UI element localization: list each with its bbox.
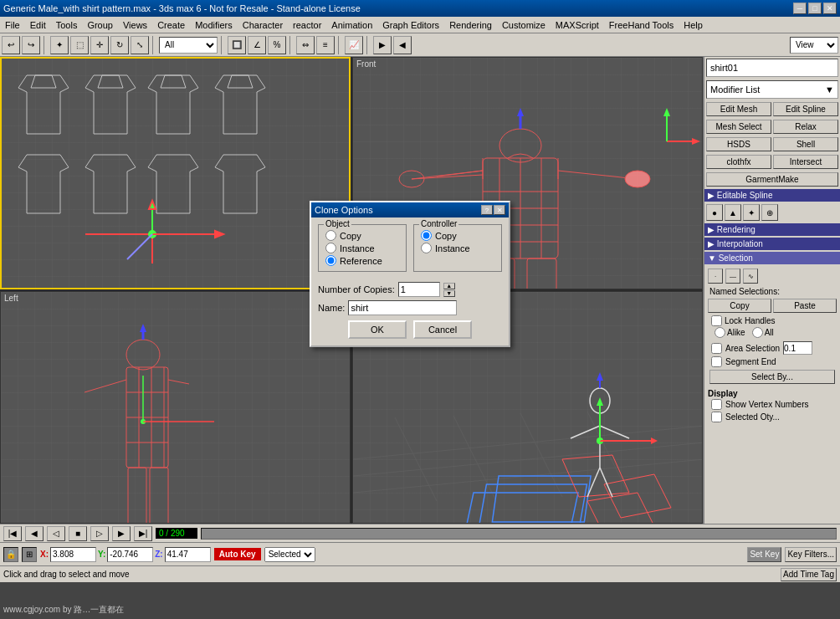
select-region-button[interactable]: ⬚ xyxy=(70,36,89,54)
modifier-list-dropdown[interactable]: Modifier List ▼ xyxy=(706,80,838,99)
shell-button[interactable]: Shell xyxy=(773,137,838,151)
grid-icon[interactable]: ⊞ xyxy=(22,547,37,562)
editable-spline-rollout[interactable]: ▶ Editable Spline xyxy=(704,189,840,202)
name-input[interactable] xyxy=(348,300,457,315)
clone-dialog-close-button[interactable]: ✕ xyxy=(494,205,505,215)
show-vertex-numbers-checkbox[interactable] xyxy=(711,399,722,410)
segment-end-checkbox[interactable] xyxy=(711,356,722,367)
maximize-button[interactable]: □ xyxy=(808,3,822,14)
menu-animation[interactable]: Animation xyxy=(326,18,377,32)
render-button[interactable]: ▶ xyxy=(373,36,392,54)
intersect-button[interactable]: Intersect xyxy=(773,155,838,169)
close-button[interactable]: ✕ xyxy=(823,3,837,14)
snap-pct-button[interactable]: % xyxy=(268,36,286,54)
timeline-prev-button[interactable]: |◀ xyxy=(3,526,22,541)
undo-button[interactable]: ↩ xyxy=(2,36,20,54)
ctrl-copy-radio[interactable] xyxy=(421,230,432,241)
mirror-button[interactable]: ⇔ xyxy=(296,36,315,54)
timeline-track[interactable] xyxy=(201,528,837,540)
lock-handles-checkbox[interactable] xyxy=(711,315,722,326)
ok-button[interactable]: OK xyxy=(348,320,407,339)
select-by-button[interactable]: Select By... xyxy=(709,370,835,384)
add-time-tag-button[interactable]: Add Time Tag xyxy=(781,568,837,581)
lock-icon[interactable]: 🔒 xyxy=(3,547,18,562)
menu-reactor[interactable]: reactor xyxy=(288,18,326,32)
y-input[interactable] xyxy=(107,547,153,562)
auto-key-button[interactable]: Auto Key xyxy=(214,548,261,560)
menu-rendering[interactable]: Rendering xyxy=(444,18,497,32)
mesh-select-button[interactable]: Mesh Select xyxy=(706,120,771,134)
selection-rollout[interactable]: ▼ Selection xyxy=(704,252,840,264)
clothfx-button[interactable]: clothfx xyxy=(706,155,771,169)
menu-character[interactable]: Character xyxy=(238,18,288,32)
named-sel-copy-button[interactable]: Copy xyxy=(708,299,771,313)
num-copies-down[interactable]: ▼ xyxy=(443,290,455,297)
num-copies-up[interactable]: ▲ xyxy=(443,283,455,289)
garment-maker-button[interactable]: GarmentMake xyxy=(706,172,838,187)
timeline-stop-button[interactable]: ■ xyxy=(69,526,87,541)
x-input[interactable] xyxy=(50,547,96,562)
hsds-button[interactable]: HSDS xyxy=(706,137,771,151)
all-radio[interactable] xyxy=(752,327,763,338)
move-button[interactable]: ✛ xyxy=(90,36,109,54)
area-selection-value[interactable] xyxy=(783,341,812,355)
ctrl-instance-radio[interactable] xyxy=(421,243,432,253)
vert-icon-btn[interactable]: · xyxy=(708,269,723,284)
menu-views[interactable]: Views xyxy=(118,18,152,32)
menu-freehand[interactable]: FreeHand Tools xyxy=(604,18,679,32)
snap-angle-button[interactable]: ∠ xyxy=(248,36,266,54)
copy-radio[interactable] xyxy=(325,230,336,241)
scale-button[interactable]: ⤡ xyxy=(131,36,149,54)
timeline-play-back-button[interactable]: ◀ xyxy=(25,526,44,541)
menu-group[interactable]: Group xyxy=(82,18,118,32)
edit-mesh-button[interactable]: Edit Mesh xyxy=(706,102,771,116)
edge-icon-btn[interactable]: — xyxy=(725,269,740,284)
menu-create[interactable]: Create xyxy=(152,18,190,32)
edit-spline-button[interactable]: Edit Spline xyxy=(773,102,838,116)
select-object-button[interactable]: ✦ xyxy=(50,36,69,54)
spline-icon-btn[interactable]: ∿ xyxy=(743,269,758,284)
align-button[interactable]: ≡ xyxy=(316,36,335,54)
menu-help[interactable]: Help xyxy=(679,18,708,32)
panel-icon-3[interactable]: ✦ xyxy=(743,204,760,221)
viewport-bottom-left[interactable]: Left xyxy=(0,291,351,524)
panel-icon-1[interactable]: ● xyxy=(706,204,723,221)
menu-maxscript[interactable]: MAXScript xyxy=(551,18,604,32)
panel-icon-4[interactable]: ⊕ xyxy=(761,204,778,221)
curve-editor-button[interactable]: 📈 xyxy=(345,36,363,54)
quick-render-button[interactable]: ◀ xyxy=(393,36,412,54)
alike-radio[interactable] xyxy=(715,327,725,338)
z-input[interactable] xyxy=(165,547,211,562)
timeline-play-button[interactable]: ▶ xyxy=(112,526,131,541)
num-copies-input[interactable] xyxy=(398,282,440,297)
menu-modifiers[interactable]: Modifiers xyxy=(190,18,238,32)
relax-button[interactable]: Relax xyxy=(773,120,838,134)
view-select-dropdown[interactable]: View Screen xyxy=(790,37,838,54)
instance-radio[interactable] xyxy=(325,243,336,253)
snap-toggle-button[interactable]: 🔲 xyxy=(228,36,246,54)
rendering-rollout[interactable]: ▶ Rendering xyxy=(704,223,840,236)
selected-only-checkbox[interactable] xyxy=(711,412,722,422)
menu-file[interactable]: File xyxy=(0,18,25,32)
cancel-button[interactable]: Cancel xyxy=(413,320,472,339)
clone-dialog-help-button[interactable]: ? xyxy=(481,205,493,215)
timeline-step-back-button[interactable]: ◁ xyxy=(47,526,65,541)
set-key-button[interactable]: Set Key xyxy=(747,547,781,562)
named-sel-paste-button[interactable]: Paste xyxy=(773,299,837,313)
key-filters-button[interactable]: Key Filters... xyxy=(785,547,837,562)
object-name-field[interactable]: shirt01 xyxy=(706,59,838,77)
area-selection-checkbox[interactable] xyxy=(711,343,722,354)
reference-radio[interactable] xyxy=(325,255,336,266)
select-filter-dropdown[interactable]: All Geometry Shapes xyxy=(159,37,218,54)
panel-icon-2[interactable]: ▲ xyxy=(725,204,741,221)
menu-edit[interactable]: Edit xyxy=(25,18,51,32)
timeline-next-button[interactable]: ▶| xyxy=(134,526,152,541)
timeline-step-fwd-button[interactable]: ▷ xyxy=(90,526,109,541)
interpolation-rollout[interactable]: ▶ Interpolation xyxy=(704,238,840,250)
menu-customize[interactable]: Customize xyxy=(497,18,551,32)
viewport-top-left[interactable] xyxy=(0,57,351,289)
menu-graph-editors[interactable]: Graph Editors xyxy=(377,18,444,32)
menu-tools[interactable]: Tools xyxy=(51,18,83,32)
redo-button[interactable]: ↪ xyxy=(22,36,40,54)
rotate-button[interactable]: ↻ xyxy=(110,36,129,54)
